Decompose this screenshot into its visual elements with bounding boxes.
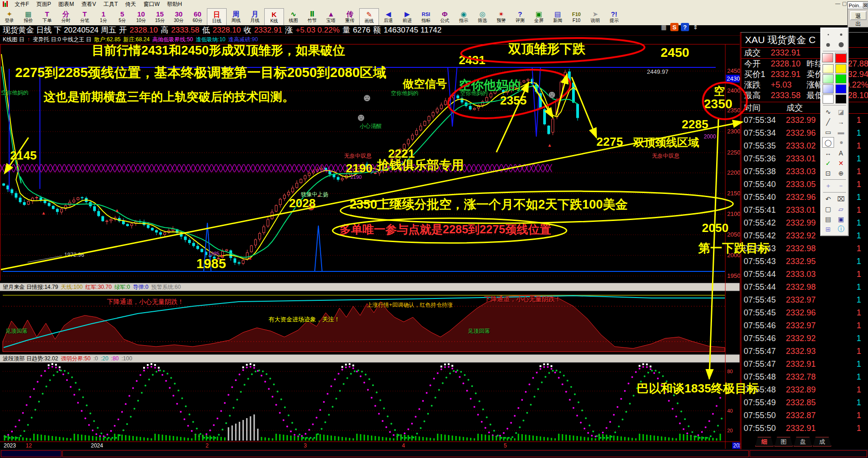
buy-signal-arrow-icon: ▲ xyxy=(219,253,224,258)
current-price-tag: 2430 xyxy=(727,75,740,82)
maximize-icon[interactable]: ▢ xyxy=(842,0,847,6)
tab-细[interactable]: 细 xyxy=(755,437,773,447)
delete-button[interactable]: ⌧ xyxy=(835,194,846,204)
tick-row: 07:55:482332.891 xyxy=(741,383,868,396)
price-axis-label: 2150 xyxy=(727,190,740,197)
panel3-axis-label: 80 xyxy=(727,369,733,374)
color-yellow[interactable] xyxy=(835,64,846,73)
price-axis-label: 2100 xyxy=(727,210,740,217)
undo-button[interactable]: ↶ xyxy=(823,194,834,204)
info-button[interactable]: ⓘ xyxy=(835,224,846,234)
panel2-signal-text: 见顶回落 xyxy=(6,328,28,334)
copy-button[interactable]: ▱ xyxy=(835,204,846,214)
decrease-button[interactable]: － xyxy=(835,181,846,191)
save-button[interactable]: ▣ xyxy=(835,214,846,224)
eraser-tool[interactable]: ◪ xyxy=(835,107,846,116)
close-icon[interactable]: ⊠ xyxy=(863,3,868,8)
quote-panel: XAU 现货黄金 C 成交2332.91今开2328.10昨结2327.88买价… xyxy=(740,32,868,449)
panel2-signal-text: 下降通道，小心无量阴跌！ xyxy=(484,296,561,303)
color-red[interactable] xyxy=(835,53,847,63)
tick-row: 07:55:402332.961 xyxy=(741,191,868,204)
exit-button[interactable]: 退出 xyxy=(850,11,867,20)
new-button[interactable]: ▢ xyxy=(823,204,834,214)
pen-size-4[interactable] xyxy=(835,40,846,50)
increase-button[interactable]: ＋ xyxy=(823,181,834,191)
price-axis-label: 2350 xyxy=(727,107,740,114)
minimize-icon[interactable]: — xyxy=(835,0,840,6)
color-blue-light[interactable] xyxy=(823,84,834,94)
col-time: 时间 xyxy=(741,102,786,113)
tick-row: 07:55:432332.981 xyxy=(741,242,868,255)
color-red-light[interactable] xyxy=(822,53,833,62)
tick-row: 07:55:492332.851 xyxy=(741,396,868,409)
tick-row: 07:55:402333.051 xyxy=(741,178,868,191)
tick-row: 07:55:382333.031 xyxy=(741,165,868,178)
color-blue[interactable] xyxy=(835,84,846,94)
color-yellow-light[interactable] xyxy=(823,64,834,73)
line-tool[interactable]: ╱ xyxy=(823,117,834,127)
tick-row: 07:55:422332.991 xyxy=(741,216,868,229)
freehand-tool[interactable]: ∿ xyxy=(823,107,834,116)
tick-row: 07:55:342332.991 xyxy=(741,114,868,127)
tick-row: 07:55:452332.961 xyxy=(741,306,868,319)
grid-icon[interactable]: ▦ xyxy=(660,23,668,31)
sogou-icon[interactable]: S xyxy=(670,23,679,31)
quote-row: 买价12332.91卖价12332.94 xyxy=(741,69,868,80)
smiley-icon xyxy=(549,92,555,98)
price-axis-label: 2200 xyxy=(727,169,740,176)
cross-mark-tool[interactable]: ✕ xyxy=(835,158,846,168)
color-black[interactable] xyxy=(835,94,846,104)
panel3-axis-label: 40 xyxy=(727,408,733,414)
color-green[interactable] xyxy=(835,74,846,83)
price-axis-label: 2300 xyxy=(727,128,740,135)
buy-signal-arrow-icon: ▲ xyxy=(248,255,252,260)
pen-size-2[interactable] xyxy=(835,30,846,39)
drawing-palette: ∿◪╱→▭▬◯●↔A✓✕⊡⊕＋－↶⌧▢▱▤▣⊞ⓘ xyxy=(820,28,849,236)
text-tool[interactable]: A xyxy=(835,148,846,158)
quote-tabs: 细图盘成 xyxy=(755,437,832,447)
ticks-table-header: 时间 成交 xyxy=(741,102,868,114)
price-axis-label: 2450 xyxy=(727,67,740,74)
tab-成[interactable]: 成 xyxy=(813,437,831,447)
panel-button[interactable]: ⊞ xyxy=(823,224,834,234)
quote-row: 成交2332.91 xyxy=(741,48,868,58)
check-mark-tool[interactable]: ✓ xyxy=(823,158,834,168)
tick-row: 07:55:442333.031 xyxy=(741,268,868,281)
quote-row: 最高2333.58最低2328.10 xyxy=(741,90,868,101)
magenta-pattern-line: ╳╳╳╳╳╳╳╳╳╳╳╳╳╳╳╳╳╳╳╳╳╳╳╳╳╳╳╳╳╳╳╳╳╳╳╳╳╳╳╳… xyxy=(0,164,725,172)
zoom-in-tool[interactable]: ⊕ xyxy=(835,168,846,178)
color-white[interactable] xyxy=(823,94,834,104)
ellipse-tool[interactable]: ◯ xyxy=(822,137,834,148)
updown-icon[interactable]: ⇕ xyxy=(691,23,700,31)
double-arrow-tool[interactable]: ↔ xyxy=(823,148,834,158)
help-icon[interactable]: ? xyxy=(681,23,689,31)
pen-size-1[interactable] xyxy=(823,30,834,39)
candlestick-chart[interactable]: 2450240023502300225022002150210020502000… xyxy=(0,0,868,458)
app-window: 文件F页面P图表M查看V工具T倚天窗口W帮助H ✦登录▦报价T下单分分时T分笔1… xyxy=(0,0,868,458)
rect-tool[interactable]: ▭ xyxy=(823,127,834,137)
panel2-signal-text: 下降通道，小心无量阴跌！ xyxy=(107,298,184,305)
smiley-icon xyxy=(358,115,364,121)
filled-ellipse-tool[interactable]: ● xyxy=(836,137,847,147)
color-green-light[interactable] xyxy=(823,74,834,83)
arrow-tool[interactable]: → xyxy=(835,117,846,127)
buy-signal-arrow-icon: ▲ xyxy=(41,210,46,215)
point-window-title: Poin... xyxy=(849,3,863,8)
price-axis-label: 1950 xyxy=(727,272,740,279)
tick-row: 07:55:472332.931 xyxy=(741,345,868,358)
tick-row: 07:55:462332.921 xyxy=(741,332,868,345)
price-axis-label: 2400 xyxy=(727,87,740,94)
col-price: 成交 xyxy=(786,102,803,113)
filled-rect-tool[interactable]: ▬ xyxy=(835,127,846,137)
price-axis-label: 2250 xyxy=(727,149,740,156)
panel3-axis-label: 20 xyxy=(727,428,733,433)
pen-size-3[interactable] xyxy=(823,40,834,50)
print-button[interactable]: ▤ xyxy=(823,214,834,224)
time-sales-list[interactable]: 07:55:342332.99107:55:342332.96107:55:35… xyxy=(741,114,868,435)
select-region-tool[interactable]: ⊡ xyxy=(823,168,834,178)
tick-row: 07:55:432332.951 xyxy=(741,255,868,268)
panel2-signal-text: 有大资金进场迹象，关注！ xyxy=(268,316,340,323)
buy-signal-arrow-icon: ▲ xyxy=(317,193,321,198)
tab-图[interactable]: 图 xyxy=(774,437,793,447)
tab-盘[interactable]: 盘 xyxy=(794,437,812,447)
